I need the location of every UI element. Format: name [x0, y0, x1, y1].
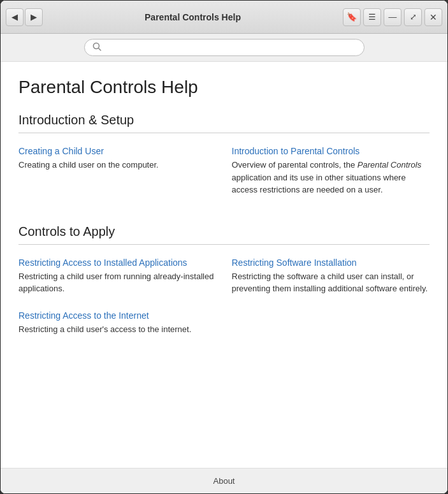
forward-icon: ▶ [31, 12, 37, 22]
search-icon [92, 42, 101, 53]
page-title: Parental Controls Help [18, 77, 430, 98]
nav-buttons: ◀ ▶ [6, 8, 43, 26]
intro-parental-controls-link[interactable]: Introduction to Parental Controls [232, 146, 430, 156]
footer: About [1, 468, 447, 493]
topic-restricting-internet: Restricting Access to the Internet Restr… [18, 308, 217, 344]
maximize-icon: ⤢ [410, 12, 417, 22]
minimize-button[interactable]: — [384, 8, 401, 26]
restricting-software-desc: Restricting the software a child user ca… [232, 270, 430, 295]
titlebar: ◀ ▶ Parental Controls Help 🔖 ☰ — ⤢ ✕ [1, 1, 447, 34]
search-input[interactable] [105, 43, 356, 53]
restricting-apps-desc: Restricting a child user from running al… [18, 270, 217, 295]
close-button[interactable]: ✕ [424, 8, 442, 26]
maximize-button[interactable]: ⤢ [404, 8, 422, 26]
back-button[interactable]: ◀ [6, 8, 24, 26]
svg-line-1 [98, 48, 101, 51]
topic-restricting-software: Restricting Software Installation Restri… [232, 255, 430, 303]
back-icon: ◀ [11, 12, 18, 22]
creating-child-user-desc: Creating a child user on the computer. [18, 159, 217, 171]
window-actions: 🔖 ☰ — ⤢ ✕ [343, 8, 442, 26]
search-bar [1, 34, 447, 62]
bookmark-button[interactable]: 🔖 [343, 8, 361, 26]
menu-icon: ☰ [368, 12, 376, 22]
forward-button[interactable]: ▶ [25, 8, 43, 26]
restricting-software-link[interactable]: Restricting Software Installation [232, 258, 430, 268]
restricting-internet-link[interactable]: Restricting Access to the Internet [18, 310, 217, 321]
section-controls-title: Controls to Apply [18, 224, 430, 245]
topic-restricting-apps: Restricting Access to Installed Applicat… [18, 255, 217, 303]
about-link[interactable]: About [213, 476, 235, 486]
menu-button[interactable]: ☰ [363, 8, 381, 26]
app-window: ◀ ▶ Parental Controls Help 🔖 ☰ — ⤢ ✕ [0, 0, 448, 494]
creating-child-user-link[interactable]: Creating a Child User [18, 146, 217, 156]
restricting-apps-link[interactable]: Restricting Access to Installed Applicat… [18, 258, 217, 268]
topic-creating-child-user: Creating a Child User Creating a child u… [18, 143, 217, 204]
close-icon: ✕ [430, 12, 437, 22]
intro-parental-controls-desc: Overview of parental controls, the Paren… [232, 159, 430, 196]
topic-intro-parental-controls: Introduction to Parental Controls Overvi… [232, 143, 430, 204]
restricting-internet-desc: Restricting a child user's access to the… [18, 323, 217, 336]
bookmark-icon: 🔖 [347, 12, 357, 22]
intro-topics-grid: Creating a Child User Creating a child u… [18, 143, 430, 204]
window-title: Parental Controls Help [43, 12, 343, 22]
help-content: Parental Controls Help Introduction & Se… [1, 62, 447, 468]
section-intro-title: Introduction & Setup [18, 113, 430, 133]
search-wrap [84, 39, 365, 56]
minimize-icon: — [389, 12, 397, 22]
controls-topics-grid: Restricting Access to Installed Applicat… [18, 255, 430, 344]
